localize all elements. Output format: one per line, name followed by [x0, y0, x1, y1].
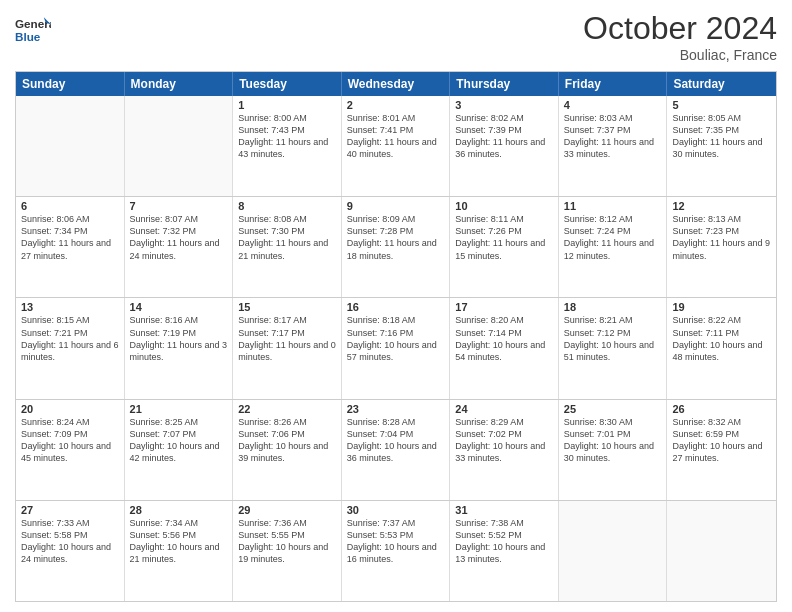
page: General Blue October 2024 Bouliac, Franc… — [0, 0, 792, 612]
cell-info: Sunrise: 7:34 AMSunset: 5:56 PMDaylight:… — [130, 517, 228, 566]
cell-info: Sunrise: 8:22 AMSunset: 7:11 PMDaylight:… — [672, 314, 771, 363]
calendar-cell: 20Sunrise: 8:24 AMSunset: 7:09 PMDayligh… — [16, 400, 125, 500]
calendar-cell: 23Sunrise: 8:28 AMSunset: 7:04 PMDayligh… — [342, 400, 451, 500]
month-title: October 2024 — [583, 10, 777, 47]
cell-info: Sunrise: 8:21 AMSunset: 7:12 PMDaylight:… — [564, 314, 662, 363]
cell-info: Sunrise: 8:13 AMSunset: 7:23 PMDaylight:… — [672, 213, 771, 262]
cell-info: Sunrise: 7:38 AMSunset: 5:52 PMDaylight:… — [455, 517, 553, 566]
day-header-tuesday: Tuesday — [233, 72, 342, 96]
day-number: 21 — [130, 403, 228, 415]
day-number: 29 — [238, 504, 336, 516]
calendar-cell: 31Sunrise: 7:38 AMSunset: 5:52 PMDayligh… — [450, 501, 559, 601]
calendar-cell: 14Sunrise: 8:16 AMSunset: 7:19 PMDayligh… — [125, 298, 234, 398]
calendar-cell: 5Sunrise: 8:05 AMSunset: 7:35 PMDaylight… — [667, 96, 776, 196]
day-number: 30 — [347, 504, 445, 516]
calendar-cell: 29Sunrise: 7:36 AMSunset: 5:55 PMDayligh… — [233, 501, 342, 601]
day-header-wednesday: Wednesday — [342, 72, 451, 96]
day-number: 20 — [21, 403, 119, 415]
calendar-cell: 24Sunrise: 8:29 AMSunset: 7:02 PMDayligh… — [450, 400, 559, 500]
calendar: SundayMondayTuesdayWednesdayThursdayFrid… — [15, 71, 777, 602]
cell-info: Sunrise: 8:30 AMSunset: 7:01 PMDaylight:… — [564, 416, 662, 465]
day-header-sunday: Sunday — [16, 72, 125, 96]
calendar-cell — [125, 96, 234, 196]
day-number: 24 — [455, 403, 553, 415]
calendar-cell: 21Sunrise: 8:25 AMSunset: 7:07 PMDayligh… — [125, 400, 234, 500]
calendar-cell: 27Sunrise: 7:33 AMSunset: 5:58 PMDayligh… — [16, 501, 125, 601]
header: General Blue October 2024 Bouliac, Franc… — [15, 10, 777, 63]
cell-info: Sunrise: 8:20 AMSunset: 7:14 PMDaylight:… — [455, 314, 553, 363]
calendar-cell: 16Sunrise: 8:18 AMSunset: 7:16 PMDayligh… — [342, 298, 451, 398]
calendar-cell: 22Sunrise: 8:26 AMSunset: 7:06 PMDayligh… — [233, 400, 342, 500]
day-number: 23 — [347, 403, 445, 415]
calendar-cell: 25Sunrise: 8:30 AMSunset: 7:01 PMDayligh… — [559, 400, 668, 500]
calendar-week-3: 20Sunrise: 8:24 AMSunset: 7:09 PMDayligh… — [16, 399, 776, 500]
day-number: 4 — [564, 99, 662, 111]
calendar-header-row: SundayMondayTuesdayWednesdayThursdayFrid… — [16, 72, 776, 96]
day-number: 31 — [455, 504, 553, 516]
day-number: 27 — [21, 504, 119, 516]
day-header-saturday: Saturday — [667, 72, 776, 96]
cell-info: Sunrise: 8:00 AMSunset: 7:43 PMDaylight:… — [238, 112, 336, 161]
logo: General Blue — [15, 10, 55, 46]
cell-info: Sunrise: 8:05 AMSunset: 7:35 PMDaylight:… — [672, 112, 771, 161]
cell-info: Sunrise: 8:17 AMSunset: 7:17 PMDaylight:… — [238, 314, 336, 363]
cell-info: Sunrise: 8:03 AMSunset: 7:37 PMDaylight:… — [564, 112, 662, 161]
logo-icon: General Blue — [15, 10, 51, 46]
calendar-cell: 2Sunrise: 8:01 AMSunset: 7:41 PMDaylight… — [342, 96, 451, 196]
cell-info: Sunrise: 8:08 AMSunset: 7:30 PMDaylight:… — [238, 213, 336, 262]
calendar-cell: 8Sunrise: 8:08 AMSunset: 7:30 PMDaylight… — [233, 197, 342, 297]
day-number: 1 — [238, 99, 336, 111]
calendar-cell: 30Sunrise: 7:37 AMSunset: 5:53 PMDayligh… — [342, 501, 451, 601]
cell-info: Sunrise: 8:25 AMSunset: 7:07 PMDaylight:… — [130, 416, 228, 465]
day-number: 22 — [238, 403, 336, 415]
cell-info: Sunrise: 8:26 AMSunset: 7:06 PMDaylight:… — [238, 416, 336, 465]
calendar-cell: 18Sunrise: 8:21 AMSunset: 7:12 PMDayligh… — [559, 298, 668, 398]
day-number: 5 — [672, 99, 771, 111]
cell-info: Sunrise: 8:07 AMSunset: 7:32 PMDaylight:… — [130, 213, 228, 262]
calendar-cell — [16, 96, 125, 196]
cell-info: Sunrise: 8:18 AMSunset: 7:16 PMDaylight:… — [347, 314, 445, 363]
day-number: 10 — [455, 200, 553, 212]
calendar-body: 1Sunrise: 8:00 AMSunset: 7:43 PMDaylight… — [16, 96, 776, 601]
day-number: 13 — [21, 301, 119, 313]
title-block: October 2024 Bouliac, France — [583, 10, 777, 63]
day-number: 9 — [347, 200, 445, 212]
calendar-cell: 4Sunrise: 8:03 AMSunset: 7:37 PMDaylight… — [559, 96, 668, 196]
calendar-cell: 26Sunrise: 8:32 AMSunset: 6:59 PMDayligh… — [667, 400, 776, 500]
calendar-cell: 11Sunrise: 8:12 AMSunset: 7:24 PMDayligh… — [559, 197, 668, 297]
calendar-cell — [559, 501, 668, 601]
day-number: 16 — [347, 301, 445, 313]
cell-info: Sunrise: 8:06 AMSunset: 7:34 PMDaylight:… — [21, 213, 119, 262]
day-header-friday: Friday — [559, 72, 668, 96]
calendar-cell — [667, 501, 776, 601]
cell-info: Sunrise: 8:11 AMSunset: 7:26 PMDaylight:… — [455, 213, 553, 262]
calendar-cell: 19Sunrise: 8:22 AMSunset: 7:11 PMDayligh… — [667, 298, 776, 398]
day-number: 14 — [130, 301, 228, 313]
day-number: 17 — [455, 301, 553, 313]
cell-info: Sunrise: 8:09 AMSunset: 7:28 PMDaylight:… — [347, 213, 445, 262]
cell-info: Sunrise: 7:33 AMSunset: 5:58 PMDaylight:… — [21, 517, 119, 566]
svg-text:Blue: Blue — [15, 30, 41, 43]
day-number: 8 — [238, 200, 336, 212]
cell-info: Sunrise: 8:02 AMSunset: 7:39 PMDaylight:… — [455, 112, 553, 161]
calendar-week-2: 13Sunrise: 8:15 AMSunset: 7:21 PMDayligh… — [16, 297, 776, 398]
calendar-cell: 28Sunrise: 7:34 AMSunset: 5:56 PMDayligh… — [125, 501, 234, 601]
calendar-week-1: 6Sunrise: 8:06 AMSunset: 7:34 PMDaylight… — [16, 196, 776, 297]
cell-info: Sunrise: 8:16 AMSunset: 7:19 PMDaylight:… — [130, 314, 228, 363]
calendar-week-0: 1Sunrise: 8:00 AMSunset: 7:43 PMDaylight… — [16, 96, 776, 196]
location: Bouliac, France — [583, 47, 777, 63]
cell-info: Sunrise: 8:28 AMSunset: 7:04 PMDaylight:… — [347, 416, 445, 465]
svg-text:General: General — [15, 17, 51, 30]
cell-info: Sunrise: 8:12 AMSunset: 7:24 PMDaylight:… — [564, 213, 662, 262]
day-header-monday: Monday — [125, 72, 234, 96]
day-number: 18 — [564, 301, 662, 313]
calendar-cell: 15Sunrise: 8:17 AMSunset: 7:17 PMDayligh… — [233, 298, 342, 398]
calendar-cell: 7Sunrise: 8:07 AMSunset: 7:32 PMDaylight… — [125, 197, 234, 297]
calendar-cell: 6Sunrise: 8:06 AMSunset: 7:34 PMDaylight… — [16, 197, 125, 297]
calendar-cell: 1Sunrise: 8:00 AMSunset: 7:43 PMDaylight… — [233, 96, 342, 196]
calendar-cell: 3Sunrise: 8:02 AMSunset: 7:39 PMDaylight… — [450, 96, 559, 196]
day-number: 15 — [238, 301, 336, 313]
day-number: 28 — [130, 504, 228, 516]
cell-info: Sunrise: 8:29 AMSunset: 7:02 PMDaylight:… — [455, 416, 553, 465]
calendar-week-4: 27Sunrise: 7:33 AMSunset: 5:58 PMDayligh… — [16, 500, 776, 601]
